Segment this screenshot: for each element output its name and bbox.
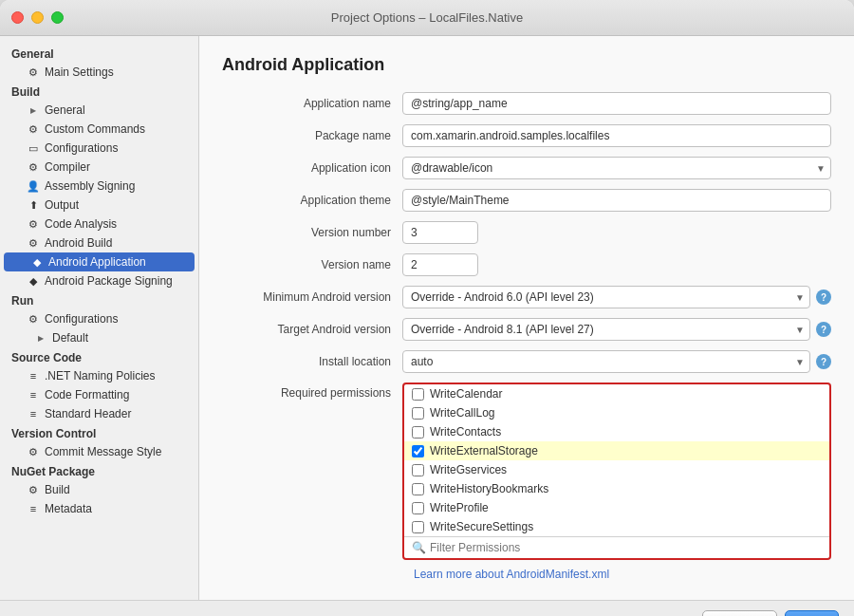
write-history-bookmarks-checkbox[interactable] — [412, 483, 424, 495]
sidebar-item-android-application[interactable]: ◆ Android Application — [4, 252, 195, 271]
section-general: General — [0, 44, 198, 63]
application-theme-row: Application theme — [222, 189, 831, 212]
install-location-select-wrapper: auto ▼ — [402, 350, 810, 373]
sidebar-item-default[interactable]: Default — [0, 328, 198, 347]
permission-write-secure-settings[interactable]: WriteSecureSettings — [404, 517, 829, 536]
install-location-help-icon[interactable]: ? — [816, 354, 831, 369]
version-name-input[interactable] — [402, 253, 478, 276]
sidebar-item-code-analysis[interactable]: ⚙ Code Analysis — [0, 215, 198, 233]
filter-permissions-input[interactable] — [430, 541, 822, 554]
sidebar: General ⚙ Main Settings Build General ⚙ … — [0, 36, 199, 600]
application-theme-label: Application theme — [222, 194, 402, 207]
sidebar-item-net-naming[interactable]: ≡ .NET Naming Policies — [0, 366, 198, 385]
section-source-code: Source Code — [0, 347, 198, 366]
ok-button[interactable]: OK — [785, 610, 840, 616]
application-name-row: Application name — [222, 92, 831, 115]
write-secure-settings-label: WriteSecureSettings — [430, 520, 533, 533]
cancel-button[interactable]: Cancel — [702, 610, 776, 616]
min-android-select-wrapper: Override - Android 6.0 (API level 23) ▼ — [402, 286, 810, 308]
triangle-right2-icon — [34, 331, 47, 345]
install-location-select[interactable]: auto — [402, 350, 810, 373]
permission-write-gservices[interactable]: WriteGservices — [404, 460, 829, 479]
application-icon-label: Application icon — [222, 161, 402, 175]
permission-write-call-log[interactable]: WriteCallLog — [404, 403, 829, 422]
close-button[interactable] — [11, 11, 24, 24]
section-version-control: Version Control — [0, 423, 198, 442]
version-number-row: Version number — [222, 221, 831, 244]
search-icon: 🔍 — [412, 541, 426, 554]
application-icon-row: Application icon @drawable/icon ▼ — [222, 157, 831, 179]
standard-header-icon: ≡ — [27, 407, 40, 420]
sidebar-item-code-formatting[interactable]: ≡ Code Formatting — [0, 385, 198, 404]
gear-icon: ⚙ — [27, 160, 40, 174]
permission-write-calendar[interactable]: WriteCalendar — [404, 384, 829, 403]
permission-write-history-bookmarks[interactable]: WriteHistoryBookmarks — [404, 479, 829, 498]
sidebar-item-main-settings[interactable]: ⚙ Main Settings — [0, 63, 198, 82]
package-name-input[interactable] — [402, 124, 831, 147]
sidebar-item-compiler[interactable]: ⚙ Compiler — [0, 158, 198, 177]
gear-icon: ⚙ — [27, 65, 40, 79]
min-android-select[interactable]: Override - Android 6.0 (API level 23) — [402, 286, 810, 308]
min-android-help-icon[interactable]: ? — [816, 289, 831, 305]
application-name-input[interactable] — [402, 92, 831, 115]
min-android-label: Minimum Android version — [222, 290, 402, 304]
sidebar-item-commit-message[interactable]: ⚙ Commit Message Style — [0, 442, 198, 461]
write-history-bookmarks-label: WriteHistoryBookmarks — [430, 482, 548, 495]
target-android-help-icon[interactable]: ? — [816, 322, 831, 337]
traffic-lights — [11, 11, 64, 24]
section-run: Run — [0, 290, 198, 309]
output-icon: ⬆ — [27, 198, 40, 212]
sidebar-item-metadata[interactable]: ≡ Metadata — [0, 499, 198, 518]
sidebar-item-android-package-signing[interactable]: ◆ Android Package Signing — [0, 271, 198, 290]
sidebar-item-custom-commands[interactable]: ⚙ Custom Commands — [0, 120, 198, 139]
application-icon-select[interactable]: @drawable/icon — [402, 157, 831, 179]
android-build-icon: ⚙ — [27, 236, 40, 250]
write-contacts-checkbox[interactable] — [412, 426, 424, 439]
required-permissions-section: Required permissions WriteCalendar Write… — [222, 383, 831, 560]
write-external-storage-label: WriteExternalStorage — [430, 444, 538, 457]
write-profile-checkbox[interactable] — [412, 502, 424, 514]
sidebar-item-assembly-signing[interactable]: 👤 Assembly Signing — [0, 177, 198, 196]
sidebar-item-run-configurations[interactable]: ⚙ Configurations — [0, 309, 198, 328]
required-permissions-label: Required permissions — [222, 383, 402, 400]
diamond2-icon: ◆ — [27, 274, 40, 288]
footer: Cancel OK — [0, 600, 854, 616]
application-theme-input[interactable] — [402, 189, 831, 212]
permission-write-contacts[interactable]: WriteContacts — [404, 422, 829, 441]
target-android-select[interactable]: Override - Android 8.1 (API level 27) — [402, 318, 810, 341]
gear-icon: ⚙ — [27, 312, 40, 326]
permission-write-profile[interactable]: WriteProfile — [404, 498, 829, 517]
project-options-window: Project Options – LocalFiles.Native Gene… — [0, 0, 854, 616]
package-name-row: Package name — [222, 124, 831, 147]
write-gservices-label: WriteGservices — [430, 463, 507, 476]
sidebar-item-nuget-build[interactable]: ⚙ Build — [0, 480, 198, 499]
write-call-log-label: WriteCallLog — [430, 406, 494, 420]
diamond-icon: ◆ — [30, 255, 44, 269]
learn-more-link[interactable]: Learn more about AndroidManifest.xml — [414, 568, 831, 581]
sidebar-item-standard-header[interactable]: ≡ Standard Header — [0, 404, 198, 423]
sidebar-item-android-build[interactable]: ⚙ Android Build — [0, 233, 198, 252]
application-icon-select-wrap: @drawable/icon ▼ — [402, 157, 831, 179]
version-name-row: Version name — [222, 253, 831, 276]
version-number-input[interactable] — [402, 221, 478, 244]
sidebar-item-build-general[interactable]: General — [0, 101, 198, 120]
sidebar-item-configurations[interactable]: ▭ Configurations — [0, 139, 198, 158]
sidebar-item-output[interactable]: ⬆ Output — [0, 196, 198, 215]
write-secure-settings-checkbox[interactable] — [412, 521, 424, 533]
write-call-log-checkbox[interactable] — [412, 407, 424, 420]
maximize-button[interactable] — [51, 11, 64, 24]
write-external-storage-checkbox[interactable] — [412, 445, 424, 457]
permission-write-external-storage[interactable]: WriteExternalStorage — [404, 441, 829, 460]
install-location-row: Install location auto ▼ ? — [222, 350, 831, 373]
target-android-row: Target Android version Override - Androi… — [222, 318, 831, 341]
person-icon: 👤 — [27, 179, 40, 193]
target-android-label: Target Android version — [222, 323, 402, 336]
install-location-select-wrap: auto ▼ ? — [402, 350, 831, 373]
triangle-right-icon — [27, 103, 40, 117]
write-gservices-checkbox[interactable] — [412, 464, 424, 476]
write-calendar-checkbox[interactable] — [412, 388, 424, 401]
target-android-select-wrap: Override - Android 8.1 (API level 27) ▼ … — [402, 318, 831, 341]
package-name-label: Package name — [222, 129, 402, 142]
write-calendar-label: WriteCalendar — [430, 387, 502, 401]
minimize-button[interactable] — [31, 11, 44, 24]
